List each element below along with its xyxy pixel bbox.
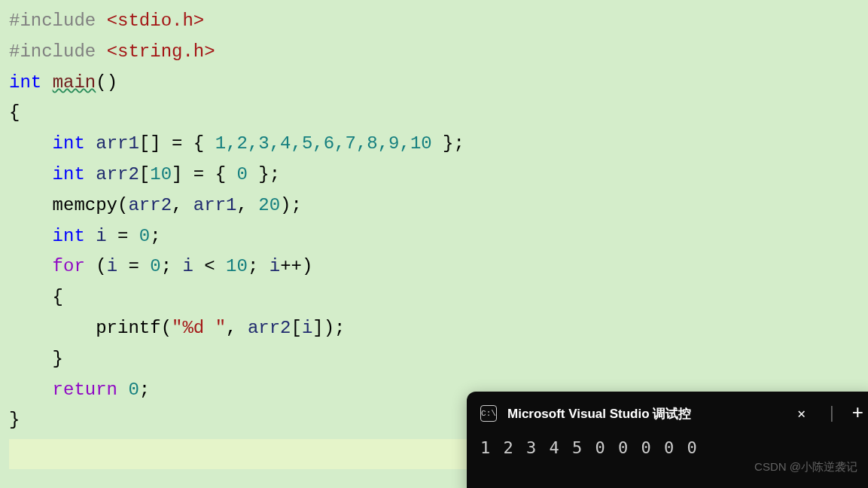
code-line: #include <string.h> (9, 37, 868, 68)
code-line: } (9, 344, 868, 375)
type-keyword: int (53, 133, 85, 154)
type-keyword: int (53, 164, 85, 185)
number: 20 (258, 195, 280, 215)
preprocessor-directive: #include (9, 11, 107, 31)
paren-open: ( (161, 318, 172, 338)
code-line: int arr1[] = { 1,2,3,4,5,6,7,8,9,10 }; (9, 129, 868, 160)
semicolon: ; (139, 380, 150, 400)
code-line: int arr2[10] = { 0 }; (9, 160, 868, 191)
code-line: for (i = 0; i < 10; i++) (9, 252, 868, 282)
number-list: 1,2,3,4,5,6,7,8,9,10 (215, 133, 432, 154)
plus-icon[interactable]: + (851, 402, 863, 425)
semicolon: ; (161, 256, 183, 276)
number: 0 (236, 164, 247, 185)
stmt-end: }; (432, 133, 464, 154)
for-keyword: for (53, 256, 85, 276)
divider: | (827, 404, 836, 423)
number: 0 (139, 226, 150, 246)
brace-close: } (53, 349, 63, 369)
terminal-title: Microsoft Visual Studio 调试控 (507, 405, 787, 422)
number: 0 (150, 256, 160, 276)
comma: , (226, 318, 248, 338)
close: ]); (312, 318, 345, 338)
parens: () (96, 72, 117, 93)
paren-open: ( (85, 256, 107, 276)
number: 0 (128, 380, 139, 400)
terminal-header: C:\ Microsoft Visual Studio 调试控 ✕ | + (480, 402, 863, 425)
identifier: i (270, 256, 280, 276)
terminal-icon: C:\ (480, 405, 497, 422)
bracket: [ (139, 164, 150, 185)
number: 10 (226, 256, 248, 276)
code-line: { (9, 98, 868, 129)
bracket: [ (291, 318, 301, 338)
identifier: arr1 (96, 133, 139, 154)
number: 10 (150, 164, 172, 185)
identifier: i (107, 256, 117, 276)
function-call: memcpy (53, 195, 117, 215)
close-icon[interactable]: ✕ (797, 405, 806, 422)
watermark: CSDN @小陈逆袭记 (754, 460, 857, 474)
identifier: arr2 (128, 195, 172, 215)
include-path: <string.h> (107, 41, 215, 62)
comma: , (172, 195, 193, 215)
code-line: printf("%d ", arr2[i]); (9, 313, 868, 344)
brace-close: } (9, 410, 20, 430)
stmt-end: }; (248, 164, 280, 185)
operator: < (193, 256, 226, 276)
code-line: { (9, 282, 868, 313)
return-keyword: return (53, 380, 117, 400)
semicolon: ; (150, 226, 160, 246)
paren-close: ); (280, 195, 302, 215)
array-init: [] = { (139, 133, 215, 154)
increment: ++) (280, 256, 312, 276)
array-init: ] = { (172, 164, 236, 185)
identifier: i (182, 256, 193, 276)
brace-open: { (9, 102, 20, 123)
function-call: printf (96, 318, 160, 338)
type-keyword: int (9, 72, 41, 93)
identifier: arr2 (248, 318, 291, 338)
code-line: int i = 0; (9, 221, 868, 252)
type-keyword: int (53, 226, 85, 246)
include-path: <stdio.h> (107, 11, 205, 31)
brace-open: { (53, 287, 63, 307)
code-line: #include <stdio.h> (9, 6, 868, 37)
paren-open: ( (117, 195, 128, 215)
identifier: arr2 (96, 164, 139, 185)
identifier: i (96, 226, 106, 246)
preprocessor-directive: #include (9, 41, 107, 62)
string-literal: "%d " (172, 318, 226, 338)
semicolon: ; (248, 256, 270, 276)
operator: = (107, 226, 139, 246)
terminal-output: 1 2 3 4 5 0 0 0 0 0 (480, 438, 863, 457)
function-name-main: main (53, 72, 96, 93)
identifier: arr1 (193, 195, 237, 215)
comma: , (236, 195, 258, 215)
code-line: int main() (9, 68, 868, 99)
identifier: i (302, 318, 312, 338)
code-line: memcpy(arr2, arr1, 20); (9, 191, 868, 221)
operator: = (117, 256, 150, 276)
